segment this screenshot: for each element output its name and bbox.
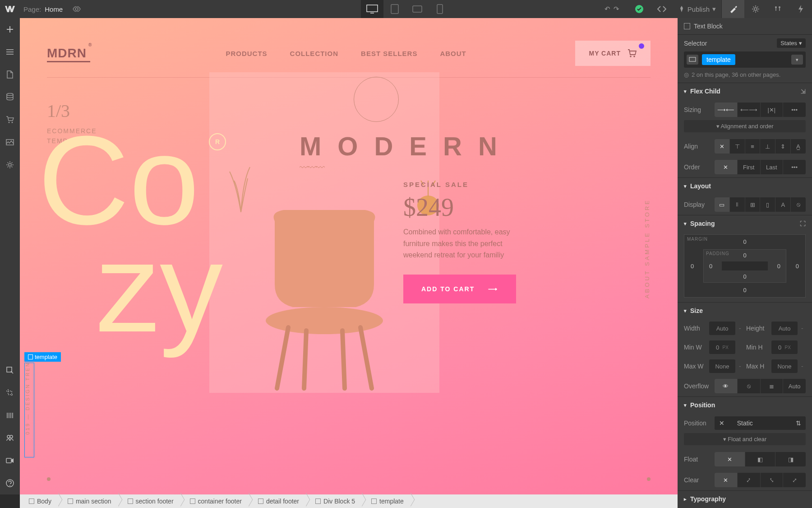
crop-icon[interactable] [0,382,20,404]
edit-tool-icon[interactable] [0,359,20,382]
spacing-editor[interactable]: MARGIN 0 0 0 0 PADDING 0 0 0 0 [684,234,806,298]
sizing-shrink-icon[interactable]: ⟶⟵ [715,103,738,117]
clear-none-icon[interactable]: ✕ [715,473,738,487]
position-select[interactable]: ✕ Static⇅ [715,416,806,430]
align-start-icon[interactable]: ⊤ [730,139,745,154]
float-clear-toggle[interactable]: ▾ Float and clear [684,433,806,445]
minw-input[interactable]: 0 PX [709,340,735,354]
clear-left-icon[interactable]: ⤦ [738,473,761,487]
breadcrumb-item[interactable]: Body [20,494,59,508]
float-right-icon[interactable]: ◨ [775,452,806,466]
align-end-icon[interactable]: ⊥ [760,139,775,154]
slider-dot[interactable] [647,477,651,481]
device-phone-icon[interactable] [429,0,451,18]
states-dropdown[interactable]: States ▾ [777,38,806,48]
overflow-scroll-icon[interactable]: ≣ [761,379,784,393]
guides-icon[interactable] [0,404,20,427]
clear-right-icon[interactable]: ⤥ [761,473,784,487]
slider-dot[interactable] [47,477,51,481]
webflow-logo-icon[interactable] [0,0,20,18]
video-icon[interactable] [0,449,20,472]
display-grid-icon[interactable]: ⊞ [745,197,761,212]
breadcrumb-item[interactable]: container footer [181,494,249,508]
breadcrumb-item[interactable]: Div Block 5 [306,494,362,508]
assets-icon[interactable] [0,131,20,154]
ecommerce-icon[interactable] [0,108,20,131]
align-center-icon[interactable]: ≡ [745,139,761,154]
redo-icon[interactable]: ↷ [605,0,628,18]
float-left-icon[interactable]: ◧ [745,452,776,466]
breadcrumb-item[interactable]: detail footer [249,494,306,508]
expand-icon[interactable]: ⛶ [800,220,806,227]
maxh-input[interactable]: None [771,359,798,373]
clear-both-icon[interactable]: ⤢ [783,473,806,487]
element-selection-tag[interactable]: template [24,352,61,457]
minh-input[interactable]: 0 PX [771,340,798,354]
alignment-order-toggle[interactable]: ▾ Alignment and order [684,120,806,132]
add-to-cart-button[interactable]: ADD TO CART⟶ [403,275,516,303]
maxw-input[interactable]: None [709,359,735,373]
nav-products[interactable]: PRODUCTS [226,50,267,57]
nav-about[interactable]: ABOUT [440,50,466,57]
order-first-button[interactable]: First [738,160,761,174]
sizing-more-icon[interactable]: ••• [783,103,806,117]
display-block-icon[interactable]: ▭ [715,197,730,212]
preview-icon[interactable] [67,6,86,12]
width-input[interactable]: Auto [709,322,735,335]
display-inline-icon[interactable]: A [775,197,791,212]
code-icon[interactable] [651,0,673,18]
help-icon[interactable] [0,472,20,494]
order-more-icon[interactable]: ••• [783,160,806,174]
breadcrumb-item[interactable]: section footer [119,494,181,508]
height-input[interactable]: Auto [771,322,798,335]
site-logo[interactable]: MDRN® [47,46,90,61]
breadcrumb-item[interactable]: template [362,494,411,508]
settings-panel-icon[interactable] [744,0,767,18]
style-manager-icon[interactable] [767,0,789,18]
selector-class-tag[interactable]: template [702,54,735,65]
sizing-none-icon[interactable]: |✕| [761,103,784,117]
cart-button[interactable]: MY CART [575,41,651,66]
style-panel-icon[interactable] [722,0,744,18]
nav-collection[interactable]: COLLECTION [290,50,339,57]
float-none-icon[interactable]: ✕ [715,452,745,466]
cms-icon[interactable] [0,86,20,108]
status-ok-icon[interactable] [628,0,651,18]
breakpoint-icon[interactable] [687,55,698,65]
selector-input[interactable]: template ▾ [684,51,806,68]
display-none-icon[interactable]: ⦸ [791,197,806,212]
section-typography[interactable]: ▸Typography [678,490,812,507]
section-position[interactable]: ▾Position [678,396,812,413]
design-canvas[interactable]: MDRN® PRODUCTS COLLECTION BEST SELLERS A… [20,18,678,494]
publish-button[interactable]: Publish ▾ [673,5,721,13]
order-last-button[interactable]: Last [761,160,784,174]
overflow-auto-button[interactable]: Auto [783,379,806,393]
device-tablet-icon[interactable] [383,0,406,18]
overflow-visible-icon[interactable]: 👁 [715,379,738,393]
nav-bestsellers[interactable]: BEST SELLERS [361,50,417,57]
settings-icon[interactable] [0,154,20,176]
add-element-icon[interactable] [0,18,20,41]
expand-icon[interactable]: ⇲ [801,88,806,95]
align-baseline-icon[interactable]: A̲ [791,139,806,154]
align-none-icon[interactable]: ✕ [715,139,730,154]
pages-icon[interactable] [0,63,20,86]
navigator-icon[interactable] [0,41,20,63]
breadcrumb-item[interactable]: main section [59,494,119,508]
section-size[interactable]: ▾Size [678,302,812,319]
overflow-hidden-icon[interactable]: ⦸ [738,379,761,393]
device-desktop-icon[interactable] [361,0,383,18]
display-inlineblock-icon[interactable]: ▯ [760,197,775,212]
section-flex-child[interactable]: ▾Flex Child⇲ [678,83,812,99]
audit-icon[interactable] [0,427,20,449]
interactions-panel-icon[interactable] [789,0,812,18]
section-spacing[interactable]: ▾Spacing⛶ [678,215,812,232]
section-layout[interactable]: ▾Layout [678,177,812,194]
align-stretch-icon[interactable]: ⇕ [775,139,791,154]
selector-dropdown-icon[interactable]: ▾ [791,55,803,65]
display-flex-icon[interactable]: ⫴ [730,197,745,212]
page-name[interactable]: Home [45,5,63,13]
order-none-icon[interactable]: ✕ [715,160,738,174]
device-tablet-landscape-icon[interactable] [406,0,429,18]
sizing-grow-icon[interactable]: ⟵⟶ [738,103,761,117]
